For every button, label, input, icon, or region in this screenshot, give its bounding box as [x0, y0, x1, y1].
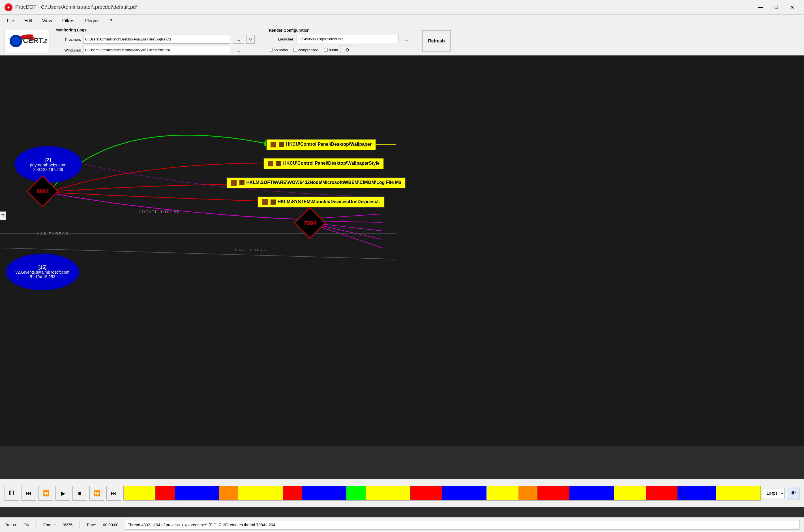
playback-bar: 🎞 ⏮ ⏪ ▶ ■ ⏩ ⏭ 1 fps 5 fps 10 fps 25 fps …	[0, 479, 804, 507]
btn-prev[interactable]: ⏪	[38, 486, 53, 500]
menu-filters[interactable]: Filters	[58, 17, 79, 25]
time-value: 00:00:00	[103, 522, 119, 527]
launcher-label: Launcher:	[269, 37, 294, 41]
registry-node-wallpaper[interactable]: HKCU\Control Panel\Desktop\Wallpaper	[266, 139, 376, 150]
monitoring-section: Monitoring Logs Procmon: ... U Windump: …	[56, 28, 255, 54]
render-section: Render Configuration Launcher: ... no pa…	[269, 28, 412, 54]
launcher-input[interactable]	[296, 35, 399, 43]
create-thread-label: CREATE THREAD	[139, 210, 180, 214]
maximize-btn[interactable]: □	[769, 2, 784, 13]
logo-area: CERT.at	[4, 29, 50, 53]
procmon-label: Procmon:	[56, 37, 81, 42]
svg-text:CERT.at: CERT.at	[23, 36, 47, 45]
graph-svg	[0, 55, 804, 446]
frame-value: 0/275	[62, 522, 73, 527]
status-message: Thread 4892-n194 of process "exploreer.e…	[125, 520, 800, 530]
procmon-clear-btn[interactable]: U	[246, 35, 255, 43]
btn-stop[interactable]: ■	[73, 486, 87, 500]
monitoring-logs-title: Monitoring Logs	[56, 28, 255, 32]
procmon-input[interactable]	[83, 35, 230, 43]
windump-label: Windump:	[56, 48, 81, 52]
dumb-checkbox[interactable]	[324, 48, 328, 52]
menu-view[interactable]: View	[38, 17, 56, 25]
registry-node-mounted[interactable]: HKLM\SYSTEM\MountedDevices\DosDevices\Z:	[257, 196, 385, 208]
minimize-btn[interactable]: —	[753, 2, 768, 13]
menu-edit[interactable]: Edit	[20, 17, 37, 25]
process-node-7984[interactable]: 7984	[299, 212, 321, 234]
window-close-btn[interactable]: ●	[4, 3, 13, 11]
network-node-paymenthacks[interactable]: [2] paymenthacks.com 206.188.197.206	[14, 146, 82, 183]
titlebar: ● ProcDOT - C:\Users\Administrator\.proc…	[0, 0, 804, 15]
registry-node-wallpaperstyle[interactable]: HKCU\Control Panel\Desktop\WallpaperStyl…	[263, 158, 384, 169]
titlebar-controls: — □ ✕	[753, 2, 800, 13]
procmon-browse-btn[interactable]: ...	[233, 35, 244, 43]
refresh-btn[interactable]: Refresh	[422, 30, 451, 52]
statusbar: Status: OK Frame: 0/275 Time: 00:00:00 T…	[0, 517, 804, 532]
time-label: Time:	[86, 522, 96, 527]
launcher-row: Launcher: ...	[269, 35, 412, 43]
menu-plugins[interactable]: Plugins	[80, 17, 104, 25]
timeline-bar[interactable]	[123, 486, 761, 500]
menubar: File Edit View Filters Plugins ?	[0, 15, 804, 27]
windump-browse-btn[interactable]: ...	[233, 46, 244, 54]
no-paths-checkbox[interactable]	[269, 48, 272, 52]
checkbox-group: no paths compressed dumb	[269, 48, 338, 52]
has-thread-label-2: HAS THREAD	[235, 248, 267, 252]
status-value: OK	[24, 522, 30, 527]
has-thread-label-1: HAS THREAD	[37, 231, 69, 236]
btn-skip-start[interactable]: ⏮	[21, 486, 36, 500]
fps-control: 1 fps 5 fps 10 fps 25 fps 50 fps 👁	[763, 487, 800, 499]
no-paths-label[interactable]: no paths	[269, 48, 288, 52]
compressed-label[interactable]: compressed	[293, 48, 318, 52]
render-config-title: Render Configuration	[269, 28, 412, 33]
compressed-checkbox[interactable]	[293, 48, 297, 52]
status-label: Status:	[4, 522, 17, 527]
menu-help[interactable]: ?	[105, 17, 117, 25]
settings-btn[interactable]: ⚙	[340, 45, 354, 54]
registry-node-wbem[interactable]: HKLM\SOFTWARE\WOW6432Node\Microsoft\WBEM…	[226, 177, 406, 188]
dumb-label[interactable]: dumb	[324, 48, 338, 52]
fps-select[interactable]: 1 fps 5 fps 10 fps 25 fps 50 fps	[763, 488, 785, 498]
windump-row: Windump: ...	[56, 46, 255, 54]
btn-skip-end[interactable]: ⏭	[107, 486, 121, 500]
cert-logo: CERT.at	[7, 31, 47, 51]
frame-label: Frame:	[43, 522, 56, 527]
status-divider-1	[36, 521, 37, 529]
eye-btn[interactable]: 👁	[787, 487, 800, 499]
windump-input[interactable]	[83, 46, 230, 54]
options-row: no paths compressed dumb ⚙	[269, 45, 412, 54]
close-btn[interactable]: ✕	[785, 2, 800, 13]
btn-play[interactable]: ▶	[56, 486, 70, 500]
btn-next[interactable]: ⏩	[90, 486, 104, 500]
svg-point-1	[12, 37, 20, 45]
toolbar: CERT.at Monitoring Logs Procmon: ... U W…	[0, 27, 804, 55]
launcher-browse-btn[interactable]: ...	[401, 35, 412, 43]
btn-film-strip[interactable]: 🎞	[4, 486, 19, 500]
process-node-4892[interactable]: 4892	[31, 180, 54, 203]
network-node-microsoft[interactable]: [15] v20.events.data.microsoft.com 51.10…	[6, 253, 79, 290]
main-graph-area[interactable]: Fi	[0, 55, 804, 446]
window-title: ProcDOT - C:\Users\Administrator\.procdo…	[15, 4, 750, 10]
procmon-row: Procmon: ... U	[56, 35, 255, 43]
menu-file[interactable]: File	[2, 17, 19, 25]
